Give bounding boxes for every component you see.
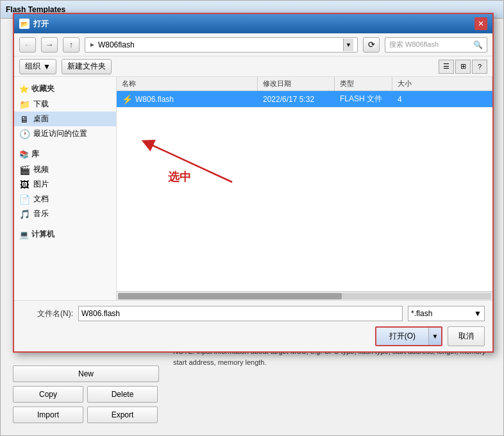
star-icon: ⭐ bbox=[19, 85, 29, 94]
export-button[interactable]: Export bbox=[87, 407, 158, 423]
desktop-icon: 🖥 bbox=[19, 114, 29, 124]
dialog-body: ⭐ 收藏夹 📁 下载 🖥 桌面 🕐 最近访问的位置 📚 bbox=[14, 77, 492, 300]
open-file-dialog: 📂 打开 ✕ ← → ↑ ► W806flash ▼ ⟳ 搜索 W806flas… bbox=[13, 13, 494, 353]
open-button[interactable]: 打开(O) bbox=[376, 328, 428, 345]
file-type-cell: FLASH 文件 bbox=[335, 94, 392, 105]
sidebar-video-label: 视频 bbox=[33, 164, 49, 175]
computer-icon: 💻 bbox=[19, 230, 29, 239]
refresh-button[interactable]: ⟳ bbox=[363, 37, 380, 53]
path-dropdown-arrow[interactable]: ▼ bbox=[343, 38, 353, 51]
filename-label: 文件名(N): bbox=[22, 308, 73, 319]
dialog-bottom: 文件名(N): *.flash ▼ 打开(O) ▼ 取消 bbox=[14, 300, 492, 351]
dialog-toolbar: ← → ↑ ► W806flash ▼ ⟳ 搜索 W806flash 🔍 bbox=[14, 33, 492, 56]
pictures-icon: 🖼 bbox=[19, 180, 29, 190]
dialog-title-icon: 📂 bbox=[19, 19, 29, 29]
sidebar-item-recent[interactable]: 🕐 最近访问的位置 bbox=[14, 126, 116, 141]
view-help-button[interactable]: ? bbox=[472, 60, 487, 74]
search-placeholder: 搜索 W806flash bbox=[389, 40, 471, 49]
sidebar-item-desktop[interactable]: 🖥 桌面 bbox=[14, 112, 116, 126]
path-bar[interactable]: ► W806flash ▼ bbox=[85, 37, 358, 53]
sidebar: ⭐ 收藏夹 📁 下载 🖥 桌面 🕐 最近访问的位置 📚 bbox=[14, 77, 117, 300]
sidebar-item-pictures[interactable]: 🖼 图片 bbox=[14, 177, 116, 192]
favorites-label: 收藏夹 bbox=[31, 83, 55, 94]
folder-icon: 📁 bbox=[19, 99, 29, 110]
sidebar-pictures-label: 图片 bbox=[33, 179, 49, 190]
flash-file-icon: ⚡ bbox=[122, 94, 133, 105]
sidebar-documents-label: 文档 bbox=[33, 194, 49, 205]
back-button[interactable]: ← bbox=[19, 37, 36, 53]
col-header-name[interactable]: 名称 bbox=[117, 77, 258, 90]
computer-section: 💻 计算机 bbox=[14, 226, 116, 242]
dialog-titlebar: 📂 打开 ✕ bbox=[14, 14, 492, 33]
organize-label: 组织 bbox=[25, 61, 40, 72]
file-size-cell: 4 bbox=[392, 95, 492, 104]
up-button[interactable]: ↑ bbox=[63, 37, 80, 53]
copy-delete-row: Copy Delete bbox=[13, 386, 159, 403]
organize-arrow: ▼ bbox=[43, 62, 51, 71]
sidebar-item-video[interactable]: 🎬 视频 bbox=[14, 162, 116, 177]
view-details-button[interactable]: ☰ bbox=[439, 60, 454, 74]
col-header-date[interactable]: 修改日期 bbox=[258, 77, 335, 90]
sidebar-item-documents[interactable]: 📄 文档 bbox=[14, 192, 116, 206]
video-icon: 🎬 bbox=[19, 165, 29, 175]
sidebar-desktop-label: 桌面 bbox=[33, 113, 49, 124]
dialog-close-button[interactable]: ✕ bbox=[475, 17, 487, 30]
filetype-dropdown[interactable]: *.flash ▼ bbox=[408, 306, 485, 321]
computer-label: 计算机 bbox=[31, 229, 55, 240]
new-button[interactable]: New bbox=[13, 365, 159, 382]
import-export-row: Import Export bbox=[13, 407, 159, 423]
filename-input[interactable] bbox=[78, 306, 403, 321]
horizontal-scrollbar[interactable] bbox=[117, 291, 492, 300]
hscroll-thumb bbox=[118, 293, 342, 299]
new-button-row: New bbox=[13, 365, 159, 382]
computer-header: 💻 计算机 bbox=[14, 226, 116, 242]
sidebar-item-music[interactable]: 🎵 音乐 bbox=[14, 206, 116, 221]
path-separator: ► bbox=[89, 41, 96, 48]
filetype-value: *.flash bbox=[411, 309, 432, 318]
hscroll-track bbox=[118, 293, 491, 299]
open-button-dropdown[interactable]: ▼ bbox=[428, 328, 441, 345]
favorites-section: ⭐ 收藏夹 📁 下载 🖥 桌面 🕐 最近访问的位置 bbox=[14, 81, 116, 141]
file-list-area: 名称 修改日期 类型 大小 ⚡ W806.flash 2022/6/17 5:3… bbox=[117, 77, 492, 300]
music-icon: 🎵 bbox=[19, 209, 29, 219]
file-date-cell: 2022/6/17 5:32 bbox=[258, 95, 335, 104]
library-label: 库 bbox=[31, 149, 39, 160]
sidebar-download-label: 下载 bbox=[33, 99, 49, 110]
import-button[interactable]: Import bbox=[13, 407, 83, 423]
dialog-toolbar2: 组织 ▼ 新建文件夹 ☰ ⊞ ? bbox=[14, 56, 492, 77]
dialog-title-left: 📂 打开 bbox=[19, 19, 49, 29]
open-button-group: 打开(O) ▼ bbox=[375, 326, 442, 346]
file-name: W806.flash bbox=[135, 95, 174, 104]
favorites-header: ⭐ 收藏夹 bbox=[14, 81, 116, 97]
library-header: 📚 库 bbox=[14, 146, 116, 162]
library-icon: 📚 bbox=[19, 150, 29, 159]
documents-icon: 📄 bbox=[19, 194, 29, 205]
new-folder-button[interactable]: 新建文件夹 bbox=[62, 59, 112, 74]
file-name-cell: ⚡ W806.flash bbox=[117, 94, 258, 105]
library-section: 📚 库 🎬 视频 🖼 图片 📄 文档 🎵 音乐 bbox=[14, 146, 116, 221]
col-header-type[interactable]: 类型 bbox=[335, 77, 392, 90]
action-row: 打开(O) ▼ 取消 bbox=[22, 326, 485, 346]
copy-button[interactable]: Copy bbox=[13, 386, 83, 403]
filetype-arrow: ▼ bbox=[474, 309, 482, 318]
bottom-buttons: New Copy Delete Import Export bbox=[13, 365, 159, 423]
view-buttons: ☰ ⊞ ? bbox=[439, 60, 487, 74]
filename-row: 文件名(N): *.flash ▼ bbox=[22, 306, 485, 321]
sidebar-music-label: 音乐 bbox=[33, 208, 49, 219]
view-icon-button[interactable]: ⊞ bbox=[455, 60, 471, 74]
dialog-title-text: 打开 bbox=[33, 19, 49, 29]
organize-button[interactable]: 组织 ▼ bbox=[19, 59, 56, 74]
forward-button[interactable]: → bbox=[41, 37, 58, 53]
file-list-content[interactable]: ⚡ W806.flash 2022/6/17 5:32 FLASH 文件 4 bbox=[117, 91, 492, 291]
delete-button[interactable]: Delete bbox=[87, 386, 158, 403]
sidebar-item-download[interactable]: 📁 下载 bbox=[14, 97, 116, 112]
cancel-button[interactable]: 取消 bbox=[448, 326, 485, 346]
col-header-size[interactable]: 大小 bbox=[392, 77, 492, 90]
recent-icon: 🕐 bbox=[19, 129, 29, 139]
file-list-header: 名称 修改日期 类型 大小 bbox=[117, 77, 492, 91]
path-text: W806flash bbox=[98, 40, 135, 49]
search-icon: 🔍 bbox=[473, 40, 483, 49]
file-row[interactable]: ⚡ W806.flash 2022/6/17 5:32 FLASH 文件 4 bbox=[117, 91, 492, 108]
sidebar-recent-label: 最近访问的位置 bbox=[33, 128, 87, 139]
search-bar[interactable]: 搜索 W806flash 🔍 bbox=[385, 37, 487, 53]
